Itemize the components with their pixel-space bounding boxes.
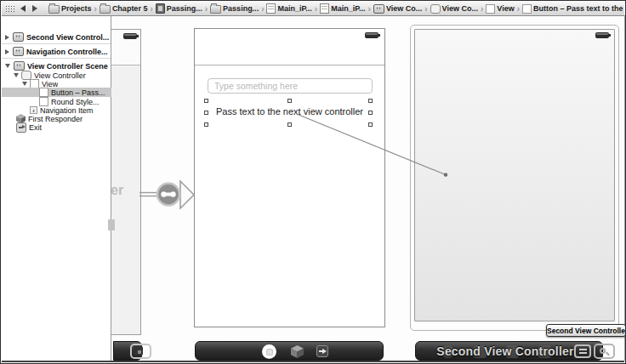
text-field[interactable] [208, 78, 373, 94]
disclosure-triangle-icon[interactable] [5, 64, 10, 68]
chevron-separator: › [315, 4, 317, 14]
battery-icon [595, 32, 609, 38]
selection-handle[interactable] [287, 99, 292, 103]
selection-handle[interactable] [287, 122, 292, 127]
outline-row-navigation-controller[interactable]: Navigation Controlle... [2, 47, 111, 56]
first-responder-cube-icon[interactable] [291, 345, 304, 358]
folder-icon [48, 5, 60, 14]
segue-arrowhead-icon [180, 181, 194, 208]
scene-icon [373, 4, 384, 14]
outline-row-second-view-controller[interactable]: Second View Control... [2, 32, 111, 42]
breadcrumb-storyboard-2[interactable]: Main_iP... [331, 4, 365, 13]
chevron-separator: › [150, 4, 152, 14]
breadcrumb-storyboard[interactable]: Main_iP... [277, 4, 311, 13]
status-bar [195, 29, 384, 65]
selection-handle[interactable] [368, 122, 373, 127]
button-icon [39, 88, 48, 97]
scene-watermark-text: er [111, 183, 123, 198]
document-outline: Second View Control... Navigation Contro… [2, 15, 111, 361]
outline-row-exit[interactable]: Exit [2, 122, 111, 132]
related-items-icon[interactable] [5, 5, 14, 12]
disclosure-triangle-icon[interactable] [22, 82, 27, 86]
chevron-separator: › [94, 4, 97, 14]
second-view-controller-scene[interactable] [414, 29, 615, 321]
view-controller-circle-icon[interactable] [262, 344, 276, 359]
search-button[interactable] [594, 344, 615, 359]
chevron-separator: › [261, 4, 264, 14]
chevron-separator: › [424, 4, 427, 14]
xcode-interface-builder-window: Projects › Chapter 5 › Passing... › Pass… [0, 0, 626, 364]
breadcrumb-view-controller-scene[interactable]: View Co... [386, 4, 422, 13]
scene-icon [13, 47, 24, 56]
navigation-controller-icon [134, 346, 143, 355]
selection-handle[interactable] [204, 99, 208, 103]
storyboard-canvas[interactable]: er Pass text to the next view controller [111, 15, 625, 361]
selection-handle[interactable] [368, 99, 373, 103]
tooltip: Second View Controller [546, 324, 626, 337]
outline-row-button-selected[interactable]: Button – Pass... [2, 88, 111, 97]
chevron-separator: › [517, 4, 520, 14]
scene-dock-label[interactable]: Second View Controller [424, 342, 586, 361]
disclosure-triangle-icon[interactable] [5, 35, 9, 40]
scene-icon [13, 32, 24, 42]
outline-resize-notch[interactable] [108, 219, 115, 230]
folder-icon [210, 5, 221, 14]
second-view-controller-selection-ring [410, 25, 619, 331]
view-controller-scene[interactable]: Pass text to the next view controller [194, 28, 385, 327]
storyboard-file-icon [266, 3, 276, 14]
jump-bar: Projects › Chapter 5 › Passing... › Pass… [2, 2, 624, 16]
breadcrumb-group[interactable]: Passing... [223, 4, 259, 13]
status-bar [111, 30, 140, 65]
breadcrumb-project[interactable]: Passing... [167, 4, 202, 13]
chevron-separator: › [368, 4, 371, 14]
breadcrumb-view-controller[interactable]: View Co... [442, 4, 478, 13]
navigation-controller-scene[interactable]: er [111, 29, 141, 335]
selection-handle[interactable] [204, 111, 208, 115]
chevron-separator: › [481, 4, 483, 14]
scene-icon [14, 61, 25, 71]
back-button[interactable] [20, 5, 26, 12]
magnifier-icon [600, 348, 606, 354]
view-icon [522, 4, 532, 14]
view-controller-scene-dock[interactable] [195, 341, 384, 361]
segue-connector-icon [157, 184, 179, 206]
disclosure-triangle-icon[interactable] [14, 73, 19, 77]
outline-divider [2, 58, 111, 59]
exit-icon [16, 122, 26, 133]
storyboard-file-icon [320, 3, 329, 14]
breadcrumb-chapter[interactable]: Chapter 5 [112, 4, 148, 13]
outline-row-view-controller-scene[interactable]: View Controller Scene [2, 61, 111, 71]
selected-dock-item-outline[interactable] [130, 344, 151, 359]
chevron-separator: › [205, 4, 208, 14]
selection-handle[interactable] [368, 111, 373, 115]
folder-icon [100, 5, 111, 14]
breadcrumb-view[interactable]: View [497, 4, 514, 13]
exit-icon[interactable] [316, 345, 328, 357]
pass-text-button[interactable]: Pass text to the next view controller [195, 106, 384, 118]
outline-divider [2, 43, 111, 44]
battery-icon [123, 33, 137, 39]
second-scene-dock[interactable]: Second View Controller [415, 341, 603, 361]
project-icon [156, 3, 165, 14]
disclosure-triangle-icon[interactable] [5, 49, 9, 54]
navigation-item-icon: ‹ [30, 106, 37, 114]
battery-icon [365, 32, 378, 38]
breadcrumb-projects[interactable]: Projects [61, 4, 92, 13]
list-toggle-button[interactable] [574, 344, 591, 358]
view-icon [486, 4, 495, 14]
window-bottom-border [2, 361, 624, 362]
selection-handle[interactable] [204, 122, 208, 127]
forward-button[interactable] [32, 5, 37, 12]
breadcrumb-button[interactable]: Button – Pass text to the next view cont… [533, 4, 624, 13]
view-controller-icon [430, 4, 441, 14]
